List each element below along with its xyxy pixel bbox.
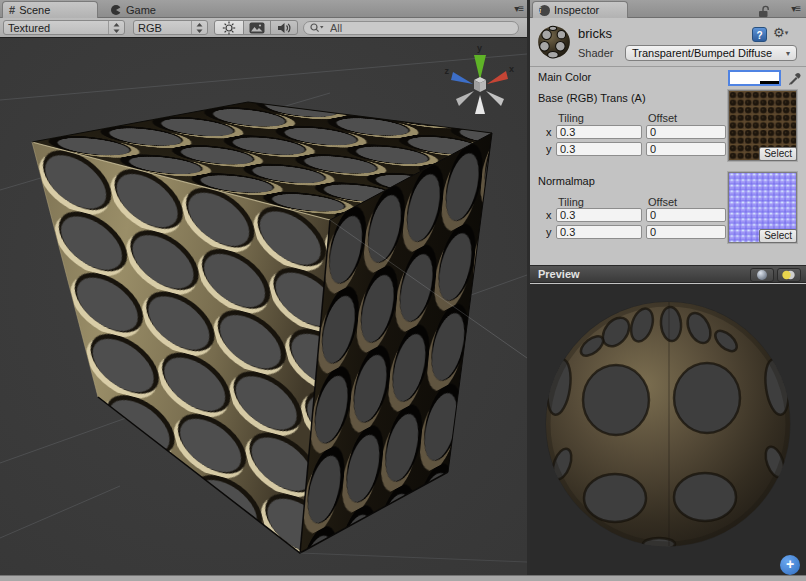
audio-icon <box>277 22 292 34</box>
lighting-icon <box>781 269 797 281</box>
base-select-button[interactable]: Select <box>759 147 797 161</box>
normal-tiling-y-input[interactable] <box>556 225 642 239</box>
normal-offset-y-input[interactable] <box>646 225 726 239</box>
scene-toolbar: Textured RGB <box>0 18 527 38</box>
material-sphere-icon <box>536 23 572 59</box>
inspector-tab-bar: i Inspector ▾≡ <box>530 0 806 18</box>
image-icon <box>249 22 265 34</box>
alpha-bar <box>730 81 779 84</box>
preview-header[interactable]: Preview <box>530 265 806 283</box>
base-texture-thumbnail[interactable]: Select <box>728 90 797 161</box>
base-row-x-axis: x <box>546 126 552 138</box>
scene-lighting-toggle[interactable] <box>214 20 244 35</box>
normal-offset-x-input[interactable] <box>646 208 726 222</box>
normal-texture-thumbnail[interactable]: Select <box>728 172 797 243</box>
preview-lighting-button[interactable] <box>777 268 801 282</box>
scene-grid-icon: # <box>9 4 15 16</box>
eyedropper-icon[interactable] <box>787 69 803 85</box>
normal-select-button[interactable]: Select <box>759 229 797 243</box>
normal-tiling-header: Tiling <box>558 196 584 208</box>
scene-panel: # Scene Game ▾≡ Textured RGB <box>0 0 527 581</box>
scene-tab-bar: # Scene Game ▾≡ <box>0 0 527 18</box>
search-input[interactable] <box>328 21 492 35</box>
axis-x-label: x <box>509 64 514 74</box>
base-tiling-header: Tiling <box>558 112 584 124</box>
base-offset-y-input[interactable] <box>646 142 726 156</box>
gear-arrow-icon: ▾ <box>785 29 789 36</box>
search-icon <box>310 23 324 33</box>
base-row-y-axis: y <box>546 143 552 155</box>
sun-icon <box>221 21 237 35</box>
game-icon <box>110 4 122 16</box>
preview-mesh-button[interactable] <box>750 268 774 282</box>
scene-skybox-toggle[interactable] <box>243 20 271 35</box>
base-tiling-y-input[interactable] <box>556 142 642 156</box>
main-color-label: Main Color <box>538 71 591 83</box>
main-color-swatch[interactable] <box>728 70 781 86</box>
separator <box>530 66 806 67</box>
scene-audio-toggle[interactable] <box>270 20 298 35</box>
tab-inspector[interactable]: i Inspector <box>532 1 628 18</box>
tab-scene-label: Scene <box>19 4 50 16</box>
window-bottom-strip <box>0 575 806 581</box>
gear-icon[interactable]: ⚙▾ <box>773 26 788 40</box>
shader-value: Transparent/Bumped Diffuse <box>632 47 772 59</box>
tab-game-label: Game <box>126 4 156 16</box>
material-preview[interactable] <box>530 284 806 575</box>
base-map-label: Base (RGB) Trans (A) <box>538 92 646 104</box>
normal-row-y-axis: y <box>546 226 552 238</box>
inspector-panel-menu-icon[interactable]: ▾≡ <box>791 3 800 14</box>
info-icon: i <box>539 5 550 16</box>
axis-y-label: y <box>477 43 482 53</box>
axis-z-label: z <box>445 66 450 76</box>
updown-arrows-icon <box>191 21 203 34</box>
color-mode-dropdown[interactable]: RGB <box>133 20 208 35</box>
normal-offset-header: Offset <box>648 196 677 208</box>
tab-scene[interactable]: # Scene <box>2 1 98 18</box>
updown-arrows-icon <box>108 21 120 34</box>
preview-title: Preview <box>538 268 580 280</box>
inspector-panel: i Inspector ▾≡ bricks Shader Transparent <box>530 0 806 581</box>
normal-tiling-x-input[interactable] <box>556 208 642 222</box>
normal-map-label: Normalmap <box>538 175 595 187</box>
base-offset-x-input[interactable] <box>646 125 726 139</box>
tab-inspector-label: Inspector <box>554 4 599 16</box>
base-offset-header: Offset <box>648 112 677 124</box>
base-tiling-x-input[interactable] <box>556 125 642 139</box>
scene-panel-menu-icon[interactable]: ▾≡ <box>514 3 523 14</box>
scene-search-field[interactable] <box>303 21 519 35</box>
shader-dropdown[interactable]: Transparent/Bumped Diffuse ▾ <box>625 45 797 61</box>
preview-zoom-button[interactable]: + <box>780 555 800 575</box>
help-icon[interactable]: ? <box>752 27 767 42</box>
material-name: bricks <box>578 26 612 41</box>
render-mode-dropdown[interactable]: Textured <box>3 20 125 35</box>
tab-game[interactable]: Game <box>104 1 194 18</box>
sphere-icon <box>756 269 768 281</box>
dropdown-arrow-icon: ▾ <box>786 49 790 58</box>
normal-row-x-axis: x <box>546 209 552 221</box>
shader-label: Shader <box>578 47 613 59</box>
render-mode-value: Textured <box>8 22 50 34</box>
color-mode-value: RGB <box>138 22 162 34</box>
unity-editor-window: { "icons": { "panel_menu": "▾≡", "gear":… <box>0 0 806 581</box>
scene-viewport[interactable]: y x z <box>0 38 527 576</box>
